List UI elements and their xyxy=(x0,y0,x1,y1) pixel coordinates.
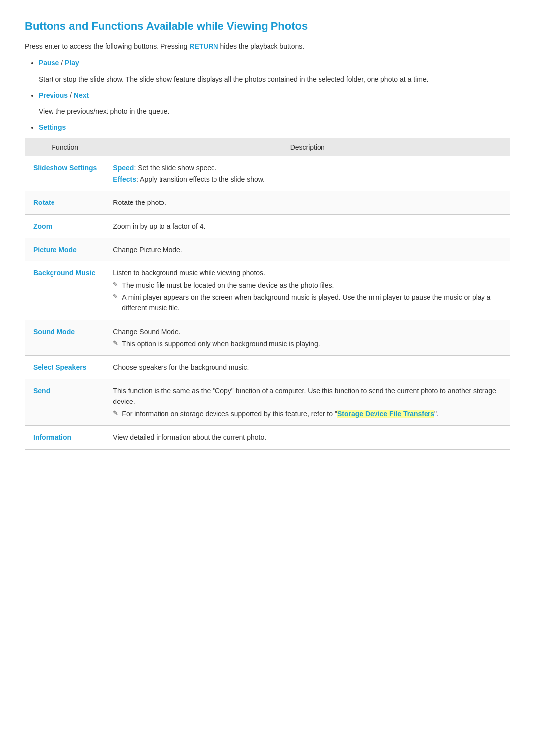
storage-link[interactable]: Storage Device File Transfers xyxy=(337,410,434,418)
speed-label: Speed xyxy=(113,164,134,172)
separator-2: / xyxy=(68,91,74,99)
bullet-list: Pause / Play xyxy=(25,57,510,68)
next-label: Next xyxy=(74,91,89,99)
table-row: Zoom Zoom in by up to a factor of 4. xyxy=(25,214,510,238)
desc-send: This function is the same as the "Copy" … xyxy=(105,379,510,426)
function-information: Information xyxy=(25,426,105,449)
pause-play-description: Start or stop the slide show. The slide … xyxy=(39,74,510,85)
desc-background-music: Listen to background music while viewing… xyxy=(105,261,510,320)
return-highlight: RETURN xyxy=(189,42,218,50)
bullet-list-3: Settings xyxy=(25,122,510,133)
bullet-list-2: Previous / Next xyxy=(25,90,510,101)
function-slideshow-settings: Slideshow Settings xyxy=(25,156,105,191)
note-mini-player: A mini player appears on the screen when… xyxy=(113,292,502,314)
list-item-settings: Settings xyxy=(39,122,510,133)
function-background-music: Background Music xyxy=(25,261,105,320)
table-row: Picture Mode Change Picture Mode. xyxy=(25,238,510,261)
previous-next-description: View the previous/next photo in the queu… xyxy=(39,106,510,117)
table-row: Rotate Rotate the photo. xyxy=(25,191,510,214)
table-row: Send This function is the same as the "C… xyxy=(25,379,510,426)
table-row: Information View detailed information ab… xyxy=(25,426,510,449)
settings-label: Settings xyxy=(39,123,66,131)
list-item-previous-next: Previous / Next xyxy=(39,90,510,101)
function-sound-mode: Sound Mode xyxy=(25,320,105,355)
table-row: Background Music Listen to background mu… xyxy=(25,261,510,320)
intro-text-before: Press enter to access the following butt… xyxy=(25,42,189,50)
previous-label: Previous xyxy=(39,91,68,99)
function-select-speakers: Select Speakers xyxy=(25,355,105,379)
play-label: Play xyxy=(65,59,79,67)
function-send: Send xyxy=(25,379,105,426)
desc-slideshow-settings: Speed: Set the slide show speed. Effects… xyxy=(105,156,510,191)
desc-select-speakers: Choose speakers for the background music… xyxy=(105,355,510,379)
effects-label: Effects xyxy=(113,175,136,183)
desc-sound-mode: Change Sound Mode. This option is suppor… xyxy=(105,320,510,355)
table-row: Select Speakers Choose speakers for the … xyxy=(25,355,510,379)
table-row: Slideshow Settings Speed: Set the slide … xyxy=(25,156,510,191)
note-music-file: The music file must be located on the sa… xyxy=(113,280,502,291)
table-row: Sound Mode Change Sound Mode. This optio… xyxy=(25,320,510,355)
function-picture-mode: Picture Mode xyxy=(25,238,105,261)
intro-text-after: hides the playback buttons. xyxy=(218,42,305,50)
desc-zoom: Zoom in by up to a factor of 4. xyxy=(105,214,510,238)
list-item-pause-play: Pause / Play xyxy=(39,57,510,68)
note-send: For information on storage devices suppo… xyxy=(113,408,502,419)
page-title: Buttons and Functions Available while Vi… xyxy=(25,20,510,33)
desc-information: View detailed information about the curr… xyxy=(105,426,510,449)
function-rotate: Rotate xyxy=(25,191,105,214)
table-header-row: Function Description xyxy=(25,138,510,156)
col-header-function: Function xyxy=(25,138,105,156)
functions-table: Function Description Slideshow Settings … xyxy=(25,138,510,449)
function-zoom: Zoom xyxy=(25,214,105,238)
desc-rotate: Rotate the photo. xyxy=(105,191,510,214)
intro-paragraph: Press enter to access the following butt… xyxy=(25,41,510,51)
col-header-description: Description xyxy=(105,138,510,156)
desc-picture-mode: Change Picture Mode. xyxy=(105,238,510,261)
separator-1: / xyxy=(59,59,65,67)
pause-label: Pause xyxy=(39,59,59,67)
note-sound-mode: This option is supported only when backg… xyxy=(113,338,502,349)
